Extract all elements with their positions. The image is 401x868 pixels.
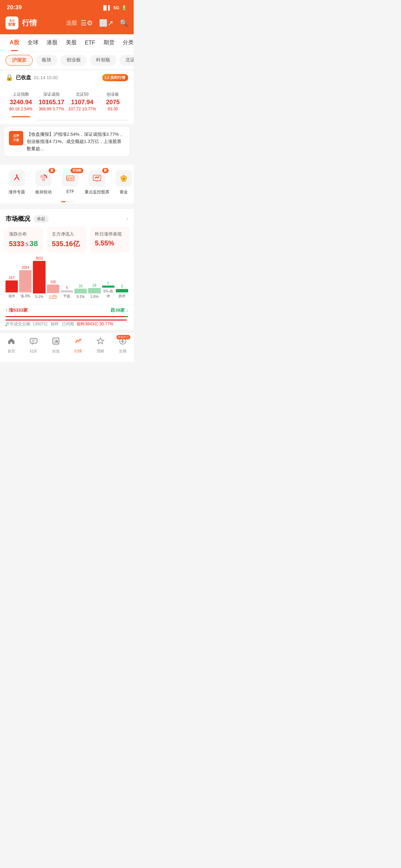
market-card-distribution[interactable]: 涨跌分布 5333 :5: 38 [4,227,44,253]
quick-item-monitor[interactable]: 新 重点监控股票 [84,170,110,195]
quick-item-limit-up[interactable]: 涨停专题 [3,170,30,195]
gold-icon: 金 [116,170,132,186]
closed-icon: 🔒 [5,74,13,81]
header-actions: ☰⚙ ⬜↗ 🔍 [81,19,128,27]
filter-settings-icon[interactable]: ☰⚙ [81,19,93,27]
tab-futures[interactable]: 期货 [99,34,119,51]
rise-fall-progress [0,316,134,318]
nav-item-wealth[interactable]: 理财 [89,336,111,355]
index-name-0: 上证指数 [7,92,35,97]
tab-category[interactable]: 分类 [119,34,134,51]
tab-us-stock[interactable]: 美股 [62,34,81,51]
community-icon [29,337,38,347]
header: 东方 财富 行情 选股 ☰⚙ ⬜↗ 🔍 [0,14,134,34]
tab-etf[interactable]: ETF [81,35,99,51]
subtab-growth[interactable]: 创业板 [60,55,87,66]
bar-group-6: 18 1-5% [88,284,100,299]
index-change-0: 80.182.54% [7,107,35,111]
market-icon [74,337,82,347]
index-grid: 上证指数 3240.94 80.182.54% 深证成指 10165.17 36… [5,89,128,113]
market-card-flow[interactable]: 主力净流入 535.16亿 [47,227,86,253]
quick-label-1: 板块轮动 [35,189,52,195]
nav-label-market: 行情 [74,349,82,354]
bar-label-bottom-7: 5%-跌停 [102,289,114,299]
new-badge-1: 新 [49,168,55,173]
index-card-growth[interactable]: 创业板 2075 93.30 [98,89,129,113]
card-value-0c: 38 [29,239,38,248]
subtab-north[interactable]: 北证 [119,55,134,66]
realtime-badge[interactable]: L1 实时行情 [102,74,128,81]
market-overview-header: 市场概况 收起 › [0,209,134,227]
tab-hk-stock[interactable]: 港股 [42,34,62,51]
index-card-beijing[interactable]: 北证50 1107.94 107.7210.77% [67,89,98,113]
sub-tabs: 沪深京 板块 创业板 科创板 北证 [0,51,134,69]
header-title: 行情 [22,18,64,28]
status-time: 20:39 [7,4,22,11]
quick-icon-wrap-0 [9,170,25,186]
card-title-0: 涨跌分布 [9,231,39,237]
quick-label-2: ETF [66,189,74,194]
svg-rect-7 [93,175,101,181]
battery-icon: 🔋 [121,5,127,10]
bar-group-5: 16 0-1% [74,284,87,299]
nav-item-trade[interactable]: 即刻开户 交易 [111,336,134,355]
bottom-info-amount: 较昨3843亿 30.77% [77,321,113,327]
main-tabs: A股 全球 港股 美股 ETF 期货 分类 ≡ [0,34,134,51]
limit-up-icon [9,170,25,186]
nav-item-home[interactable]: 首页 [0,336,22,355]
tab-a-stock[interactable]: A股 [5,34,23,51]
rise-fall-summary: ↑ 涨5333家 跌38家 ↓ [0,304,134,316]
nav-item-community[interactable]: 社区 [22,336,45,355]
quick-access: 涨停专题 新 板块轮动 ETF 买指数 [0,165,134,198]
bar-label-bottom-2: 5-1% [35,295,43,299]
index-card-shenzhen[interactable]: 深证成指 10165.17 368.993.77% [36,89,67,113]
bottom-nav: 首页 社区 自选 行情 [0,333,134,362]
bar-8 [116,289,128,292]
svg-rect-1 [16,174,17,176]
app-logo[interactable]: 东方 财富 [5,16,19,29]
market-card-yesterday-limit[interactable]: 昨日涨停表现 5.55% [90,227,130,253]
index-change-3: 93.30 [99,107,127,111]
bar-label-bottom-8: 跌停 [119,294,125,299]
nav-item-watchlist[interactable]: 自选 [45,336,67,355]
collapse-button[interactable]: 收起 [34,215,49,223]
market-status-text: 已收盘 [16,74,31,81]
index-change-1: 368.993.77% [38,107,66,111]
bottom-info-same-period: 已同期 [62,321,74,327]
header-subtitle[interactable]: 选股 [66,20,77,27]
dot-2 [71,201,73,202]
tab-global[interactable]: 全球 [23,34,42,51]
subtab-sci-tech[interactable]: 科创板 [90,55,117,66]
index-card-shanghai[interactable]: 上证指数 3240.94 80.182.54% [5,89,36,113]
search-icon[interactable]: 🔍 [120,19,128,27]
market-time: 01-14 15:00 [34,75,58,80]
new-badge-3: 新 [102,168,109,173]
subtab-sector[interactable]: 板块 [36,55,58,66]
index-value-0: 3240.94 [7,99,35,106]
quick-item-sector-rotation[interactable]: 新 板块轮动 [30,170,57,195]
news-text: 【收盘播报】沪指涨2.54%，深证成指涨3.77%，创业板指涨4.71%。成交额… [27,131,125,152]
subtab-shanghai[interactable]: 沪深京 [5,55,33,66]
wealth-icon [96,337,105,347]
quick-label-0: 涨停专题 [9,189,25,195]
svg-rect-11 [30,338,37,343]
quick-item-etf[interactable]: ETF 买指数 ETF [57,170,84,195]
news-banner[interactable]: 点评 大盘 【收盘播报】沪指涨2.54%，深证成指涨3.77%，创业板指涨4.7… [4,127,130,156]
market-status-bar: 🔒 已收盘 01-14 15:00 L1 实时行情 [0,70,134,85]
card-value-2: 5.55% [95,239,125,247]
rise-text: ↑ 涨5333家 [5,307,28,313]
svg-point-4 [42,178,45,181]
bar-4 [61,290,73,292]
index-change-2: 107.7210.77% [68,107,96,111]
card-value-0a: 5333 [9,240,24,248]
quick-item-gold[interactable]: 金 黄金 [110,170,134,195]
nav-item-market[interactable]: 行情 [67,336,89,355]
bar-group-0: 157 涨停 [5,276,18,299]
bar-0 [5,280,18,292]
bar-label-top-3: 100 [50,280,56,284]
bar-label-bottom-6: 1-5% [90,295,98,299]
external-link-icon[interactable]: ⬜↗ [99,19,113,27]
bar-group-2: 3022 5-1% [33,256,45,299]
bar-group-4: 5 平盘 [61,286,73,299]
bar-chart-section: 157 涨停 2054 涨-5% 3022 5-1% 100 1-0% 5 平盘 [0,257,134,304]
